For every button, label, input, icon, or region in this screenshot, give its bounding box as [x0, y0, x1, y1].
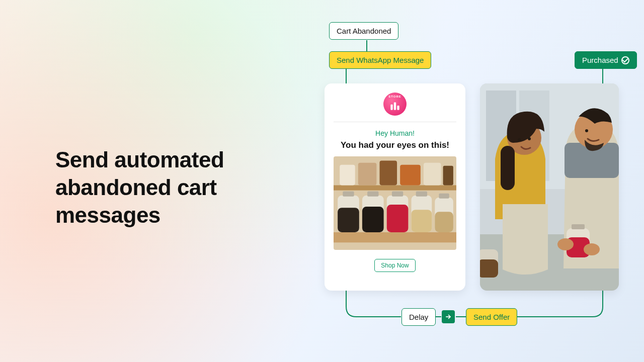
node-label: Delay: [409, 313, 428, 321]
svg-rect-44: [480, 259, 498, 278]
svg-point-37: [585, 129, 588, 132]
svg-rect-10: [424, 163, 441, 186]
node-result-purchased[interactable]: Purchased: [575, 51, 637, 69]
svg-rect-26: [439, 194, 449, 199]
svg-rect-6: [340, 165, 355, 186]
svg-rect-40: [572, 224, 585, 229]
node-action-send-offer[interactable]: Send Offer: [466, 308, 517, 326]
svg-rect-20: [392, 192, 403, 197]
svg-rect-16: [362, 207, 384, 232]
subhead-text: You had your eyes on this!: [341, 140, 449, 150]
svg-rect-0: [390, 105, 392, 110]
svg-rect-22: [412, 210, 432, 232]
node-delay[interactable]: Delay: [401, 308, 436, 326]
svg-rect-23: [416, 192, 427, 197]
svg-rect-7: [358, 163, 377, 186]
node-label: Cart Abandoned: [337, 27, 391, 35]
arrow-right-icon: [442, 310, 455, 323]
node-action-send-whatsapp[interactable]: Send WhatsApp Message: [329, 51, 431, 69]
svg-rect-4: [334, 185, 456, 190]
greeting-text: Hey Human!: [375, 129, 415, 137]
node-label: Send Offer: [473, 313, 510, 321]
svg-rect-5: [334, 232, 456, 242]
store-logo-icon: [383, 93, 407, 116]
svg-rect-9: [400, 165, 421, 186]
svg-rect-11: [443, 166, 453, 186]
node-trigger-cart-abandoned[interactable]: Cart Abandoned: [329, 22, 398, 40]
svg-point-41: [557, 238, 574, 250]
svg-rect-13: [338, 208, 359, 232]
svg-rect-25: [435, 212, 453, 232]
check-circle-icon: [621, 56, 629, 64]
svg-point-34: [528, 137, 531, 140]
whatsapp-message-preview-card: Hey Human! You had your eyes on this!: [325, 83, 465, 291]
customer-photo-card: [480, 83, 619, 291]
svg-rect-8: [380, 161, 397, 186]
headline: Send automated abandoned cart messages: [55, 146, 292, 229]
svg-rect-2: [397, 106, 399, 110]
svg-rect-1: [394, 103, 396, 110]
svg-point-33: [518, 138, 521, 141]
divider: [334, 122, 456, 122]
svg-rect-17: [367, 192, 378, 197]
node-label: Send WhatsApp Message: [337, 56, 424, 64]
marketing-slide: Send automated abandoned cart messages C…: [0, 0, 644, 362]
svg-point-42: [584, 243, 600, 255]
shop-now-button[interactable]: Shop Now: [374, 259, 415, 272]
svg-rect-19: [387, 205, 409, 232]
node-label: Purchased: [582, 56, 618, 64]
svg-rect-14: [343, 192, 354, 197]
product-image: [334, 156, 456, 250]
